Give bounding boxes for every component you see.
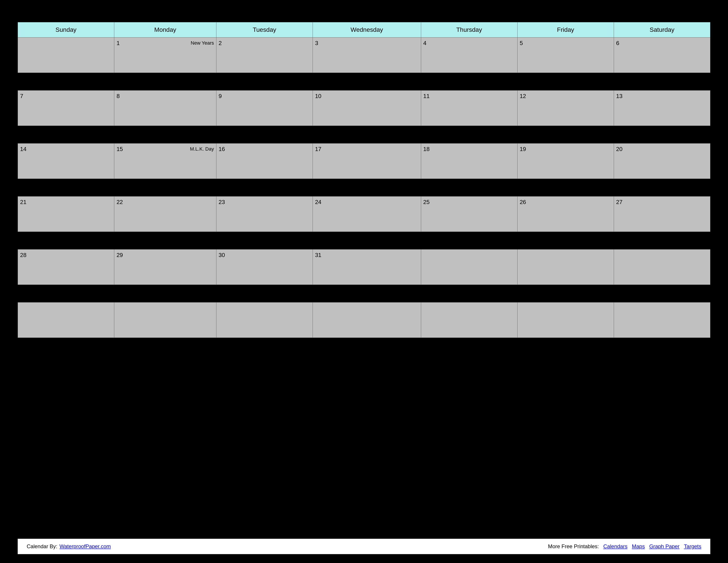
footer-left: Calendar By: WaterproofPaper.com bbox=[27, 543, 111, 550]
footer-right: More Free Printables: CalendarsMapsGraph… bbox=[548, 543, 701, 550]
day-cell: 9 bbox=[216, 90, 313, 126]
waterproof-link[interactable]: WaterproofPaper.com bbox=[60, 543, 111, 550]
footer: Calendar By: WaterproofPaper.com More Fr… bbox=[18, 539, 710, 554]
day-cell: 8 bbox=[114, 90, 216, 126]
day-cell bbox=[421, 303, 517, 338]
header-day-wednesday: Wednesday bbox=[313, 22, 421, 38]
day-number: 26 bbox=[520, 199, 526, 205]
day-cell: 21 bbox=[18, 196, 114, 232]
day-cell: 18 bbox=[421, 143, 517, 179]
day-cell bbox=[421, 249, 517, 285]
day-number: 19 bbox=[520, 146, 526, 152]
day-cell bbox=[614, 303, 710, 338]
day-number: 20 bbox=[616, 146, 623, 152]
day-cell: 17 bbox=[313, 143, 421, 179]
day-number: 6 bbox=[616, 40, 619, 46]
day-number: 13 bbox=[616, 93, 623, 99]
holiday-label: New Years bbox=[191, 40, 214, 46]
day-number: 25 bbox=[423, 199, 430, 205]
day-number: 5 bbox=[520, 40, 523, 46]
week-row-1: 78910111213 bbox=[18, 90, 710, 126]
day-cell bbox=[216, 303, 313, 338]
day-cell: 15M.L.K. Day bbox=[114, 143, 216, 179]
day-number: 9 bbox=[219, 93, 222, 99]
day-cell bbox=[18, 303, 114, 338]
spacer-row bbox=[18, 126, 710, 143]
more-free-printables-label: More Free Printables: bbox=[548, 543, 599, 550]
day-cell: 31 bbox=[313, 249, 421, 285]
day-cell: 7 bbox=[18, 90, 114, 126]
week-row-5 bbox=[18, 303, 710, 338]
day-cell: 10 bbox=[313, 90, 421, 126]
day-number: 27 bbox=[616, 199, 623, 205]
calendar-by-label: Calendar By: bbox=[27, 543, 57, 550]
footer-link-maps[interactable]: Maps bbox=[632, 543, 645, 550]
day-cell: 13 bbox=[614, 90, 710, 126]
day-cell: 19 bbox=[517, 143, 614, 179]
day-number: 31 bbox=[315, 252, 321, 258]
day-number: 10 bbox=[315, 93, 321, 99]
day-cell: 27 bbox=[614, 196, 710, 232]
day-cell: 24 bbox=[313, 196, 421, 232]
spacer-row bbox=[18, 232, 710, 249]
day-cell bbox=[517, 303, 614, 338]
day-cell: 26 bbox=[517, 196, 614, 232]
day-cell: 4 bbox=[421, 38, 517, 73]
day-cell: 23 bbox=[216, 196, 313, 232]
header-day-friday: Friday bbox=[517, 22, 614, 38]
day-cell: 30 bbox=[216, 249, 313, 285]
day-number: 8 bbox=[116, 93, 120, 99]
day-cell: 16 bbox=[216, 143, 313, 179]
footer-link-targets[interactable]: Targets bbox=[684, 543, 701, 550]
calendar-table: SundayMondayTuesdayWednesdayThursdayFrid… bbox=[18, 22, 710, 338]
day-cell: 5 bbox=[517, 38, 614, 73]
day-number: 30 bbox=[219, 252, 225, 258]
day-number: 15 bbox=[116, 146, 123, 152]
day-cell: 20 bbox=[614, 143, 710, 179]
week-row-0: 1New Years23456 bbox=[18, 38, 710, 73]
day-cell: 12 bbox=[517, 90, 614, 126]
week-row-3: 21222324252627 bbox=[18, 196, 710, 232]
day-cell: 28 bbox=[18, 249, 114, 285]
day-number: 14 bbox=[20, 146, 26, 152]
day-cell: 14 bbox=[18, 143, 114, 179]
spacer-row bbox=[18, 285, 710, 303]
day-cell: 2 bbox=[216, 38, 313, 73]
footer-link-calendars[interactable]: Calendars bbox=[603, 543, 627, 550]
day-number: 24 bbox=[315, 199, 321, 205]
spacer-row bbox=[18, 73, 710, 90]
day-number: 2 bbox=[219, 40, 222, 46]
day-number: 23 bbox=[219, 199, 225, 205]
footer-link-graph-paper[interactable]: Graph Paper bbox=[649, 543, 679, 550]
day-cell: 1New Years bbox=[114, 38, 216, 73]
header-day-sunday: Sunday bbox=[18, 22, 114, 38]
day-number: 18 bbox=[423, 146, 430, 152]
day-number: 21 bbox=[20, 199, 26, 205]
day-cell bbox=[114, 303, 216, 338]
day-cell: 29 bbox=[114, 249, 216, 285]
day-number: 17 bbox=[315, 146, 321, 152]
day-cell bbox=[614, 249, 710, 285]
day-number: 29 bbox=[116, 252, 123, 258]
holiday-label: M.L.K. Day bbox=[190, 146, 214, 152]
day-cell bbox=[313, 303, 421, 338]
header-day-monday: Monday bbox=[114, 22, 216, 38]
day-cell: 22 bbox=[114, 196, 216, 232]
day-cell bbox=[18, 38, 114, 73]
day-number: 12 bbox=[520, 93, 526, 99]
calendar-container: SundayMondayTuesdayWednesdayThursdayFrid… bbox=[18, 22, 710, 338]
header-day-saturday: Saturday bbox=[614, 22, 710, 38]
day-number: 28 bbox=[20, 252, 26, 258]
header-day-thursday: Thursday bbox=[421, 22, 517, 38]
day-cell bbox=[517, 249, 614, 285]
day-cell: 11 bbox=[421, 90, 517, 126]
header-day-tuesday: Tuesday bbox=[216, 22, 313, 38]
day-cell: 6 bbox=[614, 38, 710, 73]
day-cell: 25 bbox=[421, 196, 517, 232]
week-row-2: 1415M.L.K. Day1617181920 bbox=[18, 143, 710, 179]
day-number: 11 bbox=[423, 93, 430, 99]
day-number: 7 bbox=[20, 93, 23, 99]
day-number: 1 bbox=[116, 40, 120, 46]
day-cell: 3 bbox=[313, 38, 421, 73]
week-row-4: 28293031 bbox=[18, 249, 710, 285]
